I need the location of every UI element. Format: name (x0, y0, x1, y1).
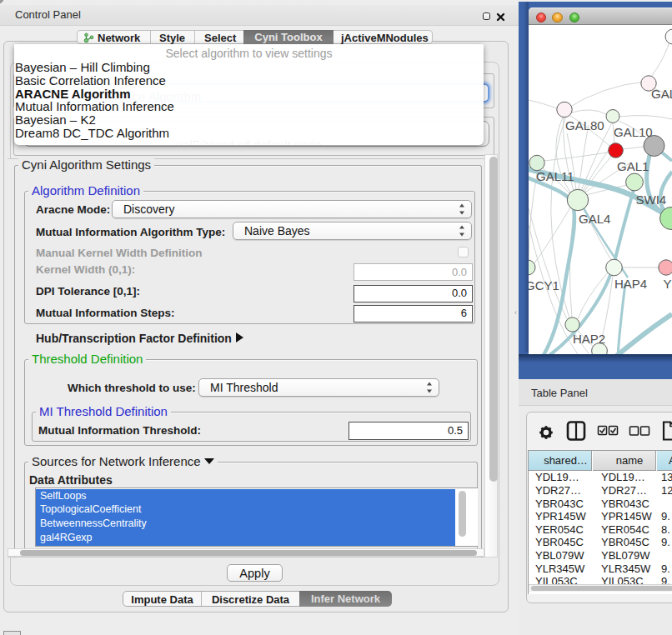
svg-text:GAL10: GAL10 (614, 125, 653, 139)
svg-text:Y: Y (664, 277, 672, 291)
svg-text:SWI4: SWI4 (636, 192, 667, 207)
svg-text:GAL4: GAL4 (579, 212, 610, 226)
svg-text:GAL7: GAL7 (651, 87, 672, 101)
svg-text:GAL11: GAL11 (536, 169, 574, 183)
svg-text:HAP4: HAP4 (614, 277, 647, 291)
svg-text:HAP2: HAP2 (573, 332, 605, 346)
svg-text:GAL80: GAL80 (565, 118, 604, 132)
svg-text:GCY1: GCY1 (529, 278, 559, 292)
svg-text:GAL1: GAL1 (617, 159, 649, 173)
